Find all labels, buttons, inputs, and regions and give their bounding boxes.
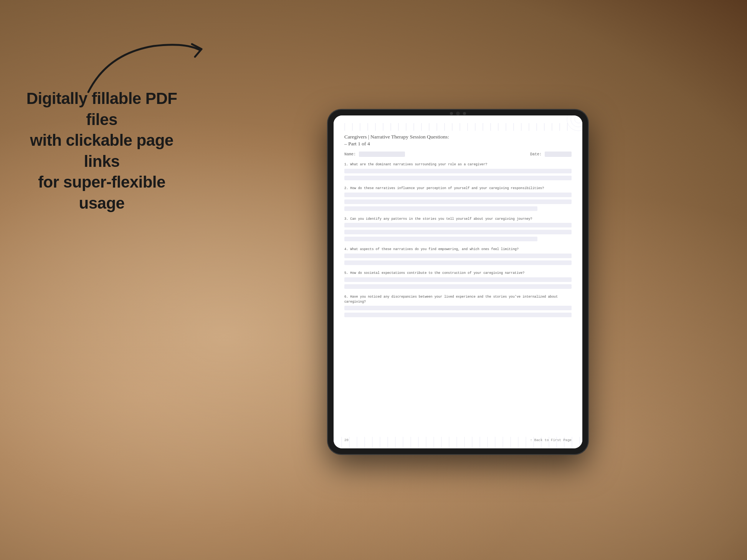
date-label: Date:	[530, 152, 542, 156]
corner-decoration-top-right	[552, 115, 582, 146]
camera-lens	[456, 112, 460, 115]
page-number: 20	[344, 438, 349, 442]
svg-point-2	[575, 115, 582, 123]
headline-text: Digitally fillable PDF files with clicka…	[19, 88, 184, 214]
question-6-text: 6. Have you noticed any discrepancies be…	[344, 295, 572, 305]
answer-line	[344, 193, 572, 197]
name-label: Name:	[344, 152, 356, 156]
answer-line	[344, 284, 572, 289]
question-6-answer[interactable]	[344, 306, 572, 318]
question-2-answer[interactable]	[344, 193, 572, 212]
question-2-text: 2. How do these narratives influence you…	[344, 186, 572, 191]
answer-line	[344, 223, 572, 227]
top-decoration	[344, 123, 572, 131]
date-input-field[interactable]	[545, 152, 572, 157]
question-3-answer[interactable]	[344, 223, 572, 242]
answer-line	[344, 206, 537, 211]
pdf-title: Caregivers | Narrative Therapy Session Q…	[344, 134, 572, 140]
question-3-text: 3. Can you identify any patterns in the …	[344, 217, 572, 222]
pdf-subtitle: – Part 1 of 4	[344, 141, 572, 147]
answer-line	[344, 260, 572, 265]
answer-line	[344, 169, 572, 173]
answer-line	[344, 230, 572, 234]
answer-line	[344, 306, 572, 310]
question-4: 4. What aspects of these narratives do y…	[344, 247, 572, 266]
question-1-answer[interactable]	[344, 169, 572, 181]
question-3: 3. Can you identify any patterns in the …	[344, 217, 572, 243]
answer-line	[344, 199, 572, 204]
camera-dot-2	[463, 112, 466, 115]
answer-line	[344, 254, 572, 258]
answer-line	[344, 176, 572, 180]
answer-line	[344, 313, 572, 317]
question-5-text: 5. How do societal expectations contribu…	[344, 271, 572, 276]
name-input-field[interactable]	[359, 152, 405, 157]
question-6: 6. Have you noticed any discrepancies be…	[344, 295, 572, 319]
svg-point-0	[567, 115, 582, 131]
tablet-camera-bar	[450, 112, 466, 115]
question-4-answer[interactable]	[344, 254, 572, 266]
question-1: 1. What are the dominant narratives surr…	[344, 162, 572, 181]
question-2: 2. How do these narratives influence you…	[344, 186, 572, 212]
svg-point-1	[571, 115, 582, 127]
question-4-text: 4. What aspects of these narratives do y…	[344, 247, 572, 252]
tablet-wrapper: Caregivers | Narrative Therapy Session Q…	[177, 12, 739, 552]
tablet-screen: Caregivers | Narrative Therapy Session Q…	[334, 115, 582, 448]
camera-dot-1	[450, 112, 453, 115]
name-date-row: Name: Date:	[344, 152, 572, 157]
tablet-device: Caregivers | Narrative Therapy Session Q…	[327, 109, 588, 455]
pdf-footer: 20 ↑ Back to First Page	[344, 438, 572, 442]
question-5: 5. How do societal expectations contribu…	[344, 271, 572, 290]
left-panel-text: Digitally fillable PDF files with clicka…	[19, 88, 184, 214]
question-5-answer[interactable]	[344, 277, 572, 290]
answer-line	[344, 237, 537, 241]
pdf-page: Caregivers | Narrative Therapy Session Q…	[334, 115, 582, 448]
question-1-text: 1. What are the dominant narratives surr…	[344, 162, 572, 167]
back-to-first-page-link[interactable]: ↑ Back to First Page	[530, 438, 572, 442]
answer-line	[344, 277, 572, 282]
